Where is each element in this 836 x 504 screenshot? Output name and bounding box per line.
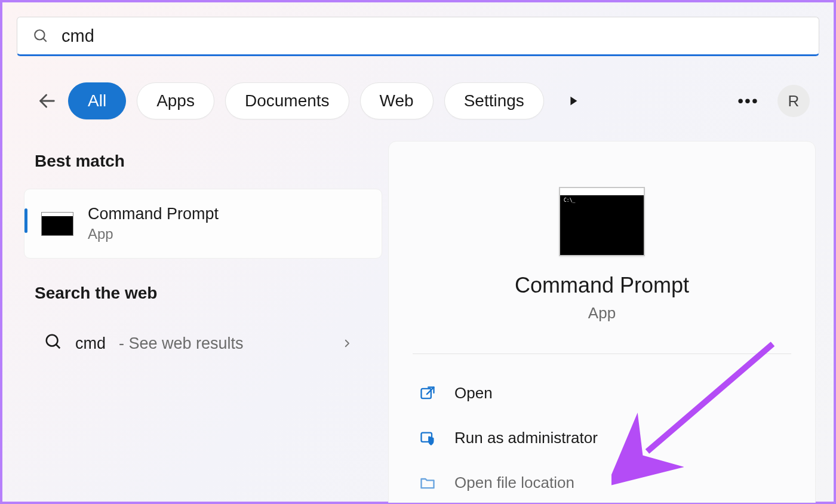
action-label: Open: [454, 384, 493, 402]
filter-tab-all[interactable]: All: [68, 82, 126, 119]
search-input[interactable]: [62, 26, 803, 46]
search-web-heading: Search the web: [35, 284, 382, 303]
window-frame: All Apps Documents Web Settings ••• R Be…: [0, 0, 836, 504]
web-hint: - See web results: [119, 334, 244, 353]
search-icon: [44, 333, 62, 355]
action-open-file-location[interactable]: Open file location: [413, 460, 791, 504]
search-bar[interactable]: [17, 17, 819, 56]
action-open[interactable]: Open: [413, 371, 791, 416]
best-match-heading: Best match: [35, 152, 382, 171]
svg-line-5: [56, 345, 60, 348]
filter-tab-web[interactable]: Web: [360, 82, 434, 119]
overflow-menu-button[interactable]: •••: [730, 82, 767, 119]
svg-line-1: [43, 38, 46, 41]
open-icon: [419, 385, 437, 402]
more-filters-button[interactable]: [555, 82, 592, 119]
results-column: Best match Command Prompt App Search the…: [24, 152, 382, 367]
back-button[interactable]: [37, 91, 57, 111]
command-prompt-icon-large: [559, 187, 645, 256]
result-subtitle: App: [88, 226, 219, 242]
best-match-result[interactable]: Command Prompt App: [24, 189, 382, 259]
filter-tab-settings[interactable]: Settings: [444, 82, 544, 119]
svg-rect-6: [422, 388, 431, 398]
search-icon: [33, 28, 48, 44]
divider: [413, 354, 791, 354]
command-prompt-icon: [41, 212, 73, 236]
folder-icon: [419, 474, 437, 492]
action-label: Run as administrator: [454, 429, 598, 447]
action-run-as-admin[interactable]: Run as administrator: [413, 416, 791, 460]
svg-point-4: [47, 335, 58, 346]
result-title: Command Prompt: [88, 205, 219, 223]
preview-subtitle: App: [413, 304, 791, 322]
action-label: Open file location: [454, 474, 574, 492]
filter-tab-documents[interactable]: Documents: [225, 82, 349, 119]
user-avatar[interactable]: R: [777, 85, 810, 117]
filter-tab-apps[interactable]: Apps: [137, 82, 214, 119]
admin-shield-icon: [419, 429, 437, 447]
preview-title: Command Prompt: [413, 273, 791, 298]
svg-point-0: [35, 30, 44, 39]
svg-marker-3: [570, 97, 577, 106]
chevron-right-icon: [342, 334, 370, 353]
filter-row: All Apps Documents Web Settings ••• R: [37, 82, 810, 119]
web-term: cmd: [75, 334, 106, 353]
preview-panel: Command Prompt App Open Run as administr…: [388, 141, 816, 503]
web-search-row[interactable]: cmd - See web results: [24, 321, 382, 367]
